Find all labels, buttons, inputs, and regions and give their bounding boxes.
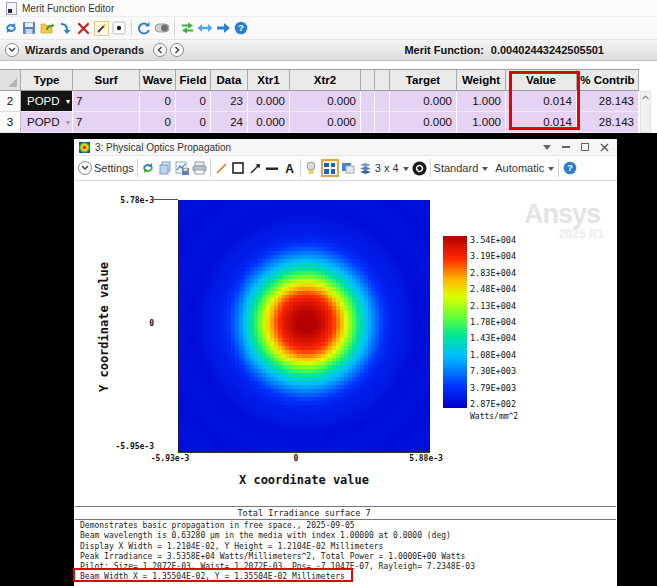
next-button[interactable] bbox=[170, 43, 184, 57]
rotate-icon[interactable] bbox=[412, 160, 427, 176]
empty-cell[interactable] bbox=[375, 91, 390, 112]
col-target[interactable]: Target bbox=[390, 70, 457, 90]
insert-operand-icon[interactable] bbox=[57, 20, 73, 36]
quadrant-icon bbox=[324, 163, 335, 174]
x-axis-label: X coordinate value bbox=[74, 473, 534, 487]
xtr1-cell[interactable]: 0.000 bbox=[248, 91, 290, 112]
dot-button-icon[interactable] bbox=[111, 20, 127, 36]
text-tool-icon[interactable]: A bbox=[282, 160, 297, 176]
merit-function-value: 0.00402443242505501 bbox=[491, 44, 604, 56]
minimize-icon[interactable] bbox=[562, 146, 570, 148]
prev-button[interactable] bbox=[153, 43, 167, 57]
open-file-icon[interactable] bbox=[39, 20, 55, 36]
toolbar-separator bbox=[300, 159, 301, 177]
col-xtr1[interactable]: Xtr1 bbox=[248, 70, 290, 90]
ansys-version-watermark: 2025 R1 bbox=[524, 227, 604, 241]
col-surf[interactable]: Surf bbox=[73, 70, 140, 90]
empty-cell[interactable] bbox=[361, 91, 375, 112]
svg-text:?: ? bbox=[567, 163, 573, 173]
standard-dropdown[interactable]: Standard bbox=[434, 162, 479, 174]
grid-size-dropdown-icon[interactable] bbox=[403, 167, 409, 174]
help-icon[interactable]: ? bbox=[233, 20, 249, 36]
left-right-arrow-icon[interactable] bbox=[197, 20, 213, 36]
dash-tool-icon[interactable] bbox=[265, 160, 280, 176]
col-data[interactable]: Data bbox=[211, 70, 248, 90]
toggle-icon[interactable] bbox=[154, 20, 170, 36]
row-number[interactable]: 2 bbox=[0, 91, 21, 112]
table-scrollbar[interactable] bbox=[640, 91, 651, 133]
col-type[interactable]: Type bbox=[21, 70, 73, 90]
refresh-icon[interactable] bbox=[3, 20, 19, 36]
surf-cell[interactable]: 7 bbox=[73, 91, 140, 112]
table-corner-cell[interactable] bbox=[0, 70, 21, 90]
grid-size-label[interactable]: 3 x 4 bbox=[375, 162, 399, 174]
quadrant-view-button[interactable] bbox=[321, 159, 339, 177]
settings-chevron-icon[interactable] bbox=[78, 161, 92, 175]
pop-window-title: 3: Physical Optics Propagation bbox=[95, 142, 231, 153]
x-tick-right: 5.88e-3 bbox=[386, 454, 466, 464]
pop-toolbar: Settings bbox=[74, 156, 617, 181]
type-cell[interactable]: POPD▾ bbox=[21, 112, 73, 133]
xtr2-cell[interactable]: 0.000 bbox=[290, 91, 361, 112]
window-menu-icon[interactable] bbox=[543, 145, 551, 154]
automatic-dropdown[interactable]: Automatic bbox=[495, 162, 544, 174]
field-cell[interactable]: 0 bbox=[176, 112, 211, 133]
help-icon[interactable]: ? bbox=[562, 160, 577, 176]
wave-cell[interactable]: 0 bbox=[140, 91, 176, 112]
weight-cell[interactable]: 1.000 bbox=[457, 91, 506, 112]
automatic-dropdown-icon[interactable] bbox=[548, 167, 554, 174]
contrib-cell[interactable]: 28.143 bbox=[577, 112, 639, 133]
save-icon[interactable] bbox=[21, 20, 37, 36]
contrib-cell[interactable]: 28.143 bbox=[577, 91, 639, 112]
weight-cell[interactable]: 1.000 bbox=[457, 112, 506, 133]
wave-cell[interactable]: 0 bbox=[140, 112, 176, 133]
field-cell[interactable]: 0 bbox=[176, 91, 211, 112]
col-contrib[interactable]: % Contrib bbox=[577, 70, 639, 90]
data-cell[interactable]: 24 bbox=[211, 112, 248, 133]
data-cell[interactable]: 23 bbox=[211, 91, 248, 112]
standard-dropdown-icon[interactable] bbox=[482, 167, 488, 174]
go-right-arrow-icon[interactable] bbox=[215, 20, 231, 36]
col-field[interactable]: Field bbox=[176, 70, 211, 90]
empty-cell[interactable] bbox=[361, 112, 375, 133]
svg-text:A: A bbox=[285, 162, 294, 175]
type-cell[interactable]: POPD▾ bbox=[21, 91, 73, 112]
arrow-tool-icon[interactable] bbox=[248, 160, 263, 176]
target-cell[interactable]: 0.000 bbox=[390, 91, 457, 112]
colorbar-label: 2.48E+004 bbox=[470, 284, 516, 294]
line-tool-icon[interactable] bbox=[214, 160, 229, 176]
dropdown-arrow-icon[interactable]: ▾ bbox=[66, 97, 70, 106]
wand-icon[interactable] bbox=[93, 20, 109, 36]
lamp-icon[interactable] bbox=[304, 160, 319, 176]
dropdown-arrow-icon[interactable]: ▾ bbox=[66, 118, 70, 127]
pop-window-icon bbox=[79, 142, 90, 153]
refresh-icon[interactable] bbox=[141, 160, 156, 176]
settings-label[interactable]: Settings bbox=[94, 162, 134, 174]
window-overlay-icon[interactable] bbox=[341, 160, 356, 176]
close-icon[interactable] bbox=[600, 143, 609, 152]
delete-icon[interactable] bbox=[75, 20, 91, 36]
wizards-collapse-button[interactable] bbox=[5, 43, 19, 57]
save-graphic-icon[interactable] bbox=[175, 160, 190, 176]
col-weight[interactable]: Weight bbox=[457, 70, 506, 90]
print-icon[interactable] bbox=[192, 160, 207, 176]
col-wave[interactable]: Wave bbox=[140, 70, 176, 90]
xtr2-cell[interactable]: 0.000 bbox=[290, 112, 361, 133]
empty-cell[interactable] bbox=[375, 112, 390, 133]
colorbar bbox=[443, 236, 467, 408]
xtr1-cell[interactable]: 0.000 bbox=[248, 112, 290, 133]
colorbar-label: 3.79E+003 bbox=[470, 383, 516, 393]
stack-icon[interactable] bbox=[358, 160, 373, 176]
col-xtr2[interactable]: Xtr2 bbox=[290, 70, 361, 90]
row-number[interactable]: 3 bbox=[0, 112, 21, 133]
colorbar-label: 1.08E+004 bbox=[470, 350, 516, 360]
surf-cell[interactable]: 7 bbox=[73, 112, 140, 133]
target-cell[interactable]: 0.000 bbox=[390, 112, 457, 133]
undo-icon[interactable] bbox=[136, 20, 152, 36]
maximize-icon[interactable] bbox=[581, 143, 589, 151]
swap-arrows-icon[interactable] bbox=[179, 20, 195, 36]
rectangle-tool-icon[interactable] bbox=[231, 160, 246, 176]
separator-line bbox=[75, 506, 616, 507]
copy-icon[interactable] bbox=[158, 160, 173, 176]
x-tick-left: -5.93e-3 bbox=[130, 454, 210, 464]
